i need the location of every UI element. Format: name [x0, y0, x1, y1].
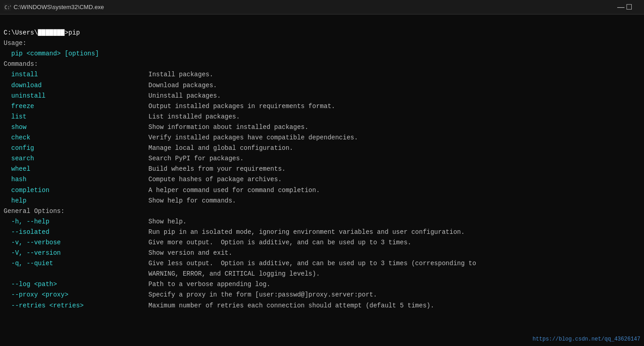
minimize-button[interactable]: — — [618, 4, 624, 10]
terminal-line: Usage: — [4, 38, 640, 49]
watermark: https://blog.csdn.net/qq_43626147 — [532, 336, 640, 342]
option-line: --retries <retries> Maximum number of re… — [4, 301, 640, 311]
app-icon: C:\ — [4, 4, 11, 11]
command-line: search Search PyPI for packages. — [4, 153, 640, 164]
option-line: -q, --quiet Give less output. Option is … — [4, 258, 640, 269]
close-button[interactable] — [634, 4, 640, 10]
command-line: check Verify installed packages have com… — [4, 133, 640, 143]
option-line: --log <path> Path to a verbose appending… — [4, 279, 640, 290]
option-line: -h, --help Show help. — [4, 217, 640, 227]
option-line: WARNING, ERROR, and CRITICAL logging lev… — [4, 269, 640, 279]
command-line: config Manage local and global configura… — [4, 143, 640, 153]
option-line: --proxy <proxy> Specify a proxy in the f… — [4, 290, 640, 300]
terminal-line: Commands: — [4, 59, 640, 69]
command-line: download Download packages. — [4, 80, 640, 91]
command-line: install Install packages. — [4, 69, 640, 80]
terminal-line: pip <command> [options] — [4, 49, 640, 59]
command-line: completion A helper command used for com… — [4, 185, 640, 196]
option-line: --isolated Run pip in an isolated mode, … — [4, 227, 640, 237]
terminal-content: C:\Users\███████>pipUsage: pip <command>… — [0, 15, 644, 314]
command-line: uninstall Uninstall packages. — [4, 91, 640, 101]
terminal-line: General Options: — [4, 206, 640, 217]
maximize-button[interactable]: ☐ — [626, 4, 632, 10]
window-title: C:\WINDOWS\system32\CMD.exe — [14, 4, 104, 10]
title-bar: C:\ C:\WINDOWS\system32\CMD.exe — ☐ — [0, 0, 644, 15]
svg-text:C:\: C:\ — [5, 5, 11, 10]
command-line: list List installed packages. — [4, 112, 640, 122]
command-line: freeze Output installed packages in requ… — [4, 101, 640, 112]
command-line: wheel Build wheels from your requirement… — [4, 164, 640, 174]
terminal-line: C:\Users\███████>pip — [4, 28, 640, 38]
command-line: show Show information about installed pa… — [4, 122, 640, 133]
command-line: help Show help for commands. — [4, 196, 640, 206]
option-line: -v, --verbose Give more output. Option i… — [4, 237, 640, 248]
option-line: -V, --version Show version and exit. — [4, 248, 640, 258]
command-line: hash Compute hashes of package archives. — [4, 174, 640, 185]
